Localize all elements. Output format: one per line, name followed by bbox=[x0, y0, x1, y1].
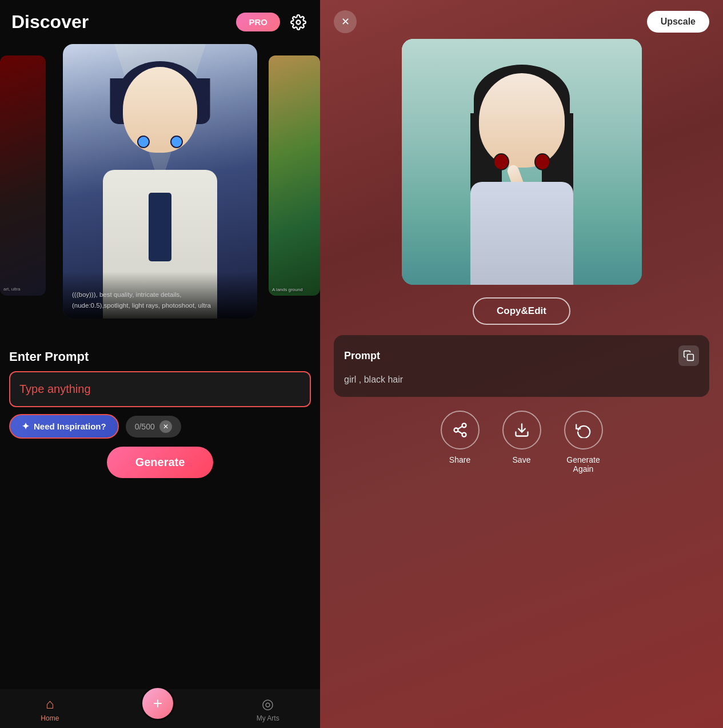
generate-again-label: Generate Again bbox=[566, 455, 600, 474]
svg-line-5 bbox=[458, 431, 462, 434]
girl-left-eye bbox=[493, 153, 509, 170]
right-content: Copy&Edit Prompt girl , black hair bbox=[320, 39, 723, 728]
my-arts-icon: ◎ bbox=[262, 696, 274, 712]
generate-again-icon bbox=[576, 422, 592, 438]
nav-add-button[interactable]: + bbox=[141, 686, 175, 721]
center-caption: (((boy))), best quality, intricate detai… bbox=[72, 291, 211, 309]
landscape-caption: A lands ground bbox=[272, 287, 317, 292]
prompt-box-label: Prompt bbox=[344, 350, 380, 362]
svg-line-6 bbox=[458, 427, 462, 429]
generate-button[interactable]: Generate bbox=[107, 447, 214, 478]
prompt-box: Prompt girl , black hair bbox=[334, 335, 709, 397]
home-icon: ⌂ bbox=[46, 696, 54, 712]
boy-eyes bbox=[137, 136, 183, 148]
boy-tie bbox=[149, 193, 171, 261]
nav-my-arts[interactable]: ◎ My Arts bbox=[257, 696, 279, 722]
svg-rect-1 bbox=[688, 355, 694, 361]
girl-right-eye bbox=[534, 153, 550, 170]
save-icon bbox=[514, 422, 530, 438]
page-title: Discover bbox=[11, 11, 89, 33]
pro-button[interactable]: PRO bbox=[236, 13, 280, 31]
header-right: PRO bbox=[236, 12, 309, 33]
save-label: Save bbox=[513, 455, 531, 464]
gallery-area: art, ultra bbox=[0, 38, 320, 341]
copy-prompt-button[interactable] bbox=[678, 345, 699, 366]
gallery-side-left: art, ultra bbox=[0, 55, 46, 296]
boy-left-eye bbox=[137, 136, 150, 148]
copy-edit-button[interactable]: Copy&Edit bbox=[473, 297, 570, 325]
gallery-center-card[interactable]: (((boy))), best quality, intricate detai… bbox=[63, 44, 257, 319]
copy-icon bbox=[683, 350, 694, 361]
cape-figure: art, ultra bbox=[0, 55, 46, 296]
right-header: ✕ Upscale bbox=[320, 0, 723, 39]
gallery-side-right: A lands ground bbox=[269, 55, 320, 296]
svg-point-0 bbox=[297, 20, 301, 24]
share-label: Share bbox=[449, 455, 470, 464]
prompt-controls: ✦ Need Inspiration? 0/500 ✕ bbox=[9, 414, 311, 439]
girl-head bbox=[479, 73, 565, 168]
generate-again-button[interactable] bbox=[564, 411, 603, 449]
inspiration-button[interactable]: ✦ Need Inspiration? bbox=[9, 414, 119, 439]
prompt-section: Enter Prompt ✦ Need Inspiration? 0/500 ✕… bbox=[0, 341, 320, 478]
save-button[interactable] bbox=[502, 411, 541, 449]
boy-head bbox=[123, 67, 197, 153]
nav-home[interactable]: ⌂ Home bbox=[41, 696, 59, 722]
bottom-nav: ⌂ Home + ◎ My Arts bbox=[0, 689, 320, 728]
prompt-box-header: Prompt bbox=[344, 345, 699, 366]
caption-overlay: (((boy))), best quality, intricate detai… bbox=[63, 272, 257, 319]
close-button[interactable]: ✕ bbox=[334, 10, 357, 33]
right-panel: ✕ Upscale Copy&Edit bbox=[320, 0, 723, 728]
share-action: Share bbox=[441, 411, 480, 474]
share-icon bbox=[452, 422, 468, 438]
gear-svg bbox=[290, 14, 306, 30]
action-buttons: Share Save bbox=[441, 411, 603, 474]
add-icon: + bbox=[153, 694, 162, 713]
girl-figure bbox=[430, 56, 613, 285]
anime-image bbox=[402, 39, 642, 285]
save-action: Save bbox=[502, 411, 541, 474]
enter-prompt-label: Enter Prompt bbox=[9, 349, 311, 364]
prompt-input-wrapper bbox=[9, 371, 311, 407]
bulb-icon: ✦ bbox=[22, 421, 29, 432]
char-count-display: 0/500 ✕ bbox=[126, 416, 181, 437]
left-panel: Discover PRO art, ultra bbox=[0, 0, 320, 728]
nav-home-label: Home bbox=[41, 714, 59, 722]
prompt-content: girl , black hair bbox=[344, 375, 403, 384]
share-button[interactable] bbox=[441, 411, 480, 449]
cape-caption: art, ultra bbox=[3, 287, 20, 292]
char-count-text: 0/500 bbox=[135, 422, 155, 431]
inspiration-label: Need Inspiration? bbox=[34, 421, 106, 431]
gear-icon[interactable] bbox=[288, 12, 309, 33]
generate-again-action: Generate Again bbox=[564, 411, 603, 474]
boy-right-eye bbox=[170, 136, 183, 148]
girl-body bbox=[470, 182, 573, 285]
left-header: Discover PRO bbox=[0, 0, 320, 38]
upscale-button[interactable]: Upscale bbox=[647, 11, 709, 33]
nav-my-arts-label: My Arts bbox=[257, 714, 279, 722]
landscape-card: A lands ground bbox=[269, 55, 320, 296]
center-image: (((boy))), best quality, intricate detai… bbox=[63, 44, 257, 319]
prompt-input[interactable] bbox=[19, 383, 301, 396]
clear-button[interactable]: ✕ bbox=[159, 420, 172, 433]
